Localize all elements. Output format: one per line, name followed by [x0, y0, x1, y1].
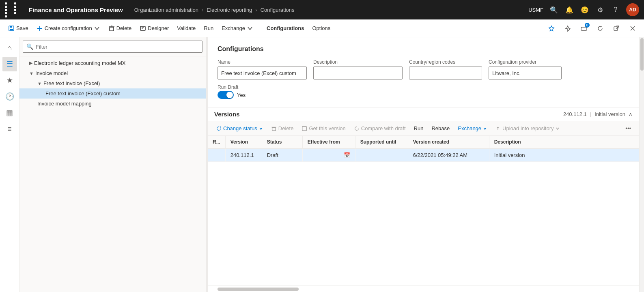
run-button[interactable]: Run [200, 24, 217, 33]
table-row[interactable]: 240.112.1 Draft 📅 6/22/2021 05:49:22 AM … [208, 148, 639, 162]
name-input[interactable] [218, 67, 307, 79]
right-scrollbar[interactable] [639, 37, 644, 292]
open-new-icon[interactable] [610, 22, 623, 35]
cell-version: 240.112.1 [225, 148, 262, 162]
h-scroll-thumb[interactable] [218, 288, 299, 291]
nav-recent-icon[interactable]: 🕐 [2, 89, 17, 104]
rebase-button[interactable]: Rebase [428, 124, 453, 133]
tree-item-invoice-mapping[interactable]: Invoice model mapping [19, 99, 206, 109]
app-title: Finance and Operations Preview [29, 6, 123, 13]
tree-item-free-text-custom[interactable]: Free text invoice (Excel) custom [19, 88, 206, 99]
cell-status: Draft [262, 148, 302, 162]
breadcrumb-electronic-reporting[interactable]: Electronic reporting [207, 7, 252, 13]
svg-rect-17 [272, 127, 276, 131]
breadcrumb-configurations[interactable]: Configurations [261, 7, 295, 13]
breadcrumb: Organization administration › Electronic… [134, 7, 525, 13]
filter-input[interactable] [36, 44, 199, 50]
versions-table: R... Version Status Effective from Suppo… [208, 136, 639, 286]
help-icon[interactable]: ? [611, 6, 620, 13]
col-header-r: R... [208, 136, 225, 148]
close-icon[interactable] [626, 22, 639, 35]
table-header-row: R... Version Status Effective from Suppo… [208, 136, 639, 148]
avatar[interactable]: AD [626, 3, 639, 16]
scroll-thumb[interactable] [640, 38, 644, 71]
sidebar: 🔍 ▶ Electronic ledger accounting model M… [19, 37, 206, 292]
calendar-icon[interactable]: 📅 [344, 152, 350, 158]
sidebar-filter-area: 🔍 [19, 37, 206, 56]
upload-repo-button[interactable]: Upload into repository [492, 124, 562, 133]
options-tab[interactable]: Options [309, 24, 334, 33]
delete-button[interactable]: Delete [105, 24, 135, 33]
nav-reports-icon[interactable]: ≡ [2, 122, 17, 136]
toolbar-separator [260, 24, 260, 33]
country-label: Country/region codes [409, 59, 482, 65]
exchange-button[interactable]: Exchange [218, 24, 256, 33]
tree-item-electronic-ledger[interactable]: ▶ Electronic ledger accounting model MX [19, 58, 206, 68]
configurations-tab[interactable]: Configurations [263, 24, 307, 33]
search-icon[interactable]: 🔍 [549, 6, 559, 14]
run-draft-value: Yes [237, 92, 246, 98]
nav-home-icon[interactable]: ⌂ [2, 41, 17, 55]
main-layout: ⌂ ☰ ★ 🕐 ▦ ≡ 🔍 ▶ Electronic ledger accoun… [0, 37, 644, 292]
provider-label: Configuration provider [489, 59, 562, 65]
exchange-chevron-icon [247, 25, 253, 32]
nav-workspace-icon[interactable]: ▦ [2, 105, 17, 120]
designer-icon [140, 25, 146, 32]
cell-effective[interactable]: 📅 [302, 148, 355, 162]
breadcrumb-sep-2: › [255, 7, 257, 13]
config-panel: Configurations Name Description Country/… [208, 37, 639, 107]
horizontal-scrollbar[interactable] [208, 286, 639, 292]
toggle-thumb [226, 92, 233, 98]
notification-icon[interactable]: 🔔 [564, 6, 574, 14]
versions-run-button[interactable]: Run [411, 124, 427, 133]
col-header-effective: Effective from [302, 136, 355, 148]
run-draft-group: Run Draft Yes [218, 84, 246, 99]
nav-star-icon[interactable]: ★ [2, 73, 17, 88]
svg-rect-2 [10, 29, 13, 30]
breadcrumb-org-admin[interactable]: Organization administration [134, 7, 198, 13]
cell-r [208, 148, 225, 162]
tree-item-free-text-invoice[interactable]: ▼ Free text invoice (Excel) [19, 78, 206, 88]
country-input[interactable] [409, 67, 482, 79]
svg-rect-12 [581, 27, 587, 30]
save-button[interactable]: Save [5, 24, 32, 33]
app-grid-icon[interactable] [5, 2, 22, 17]
exchange-chevron-icon [483, 127, 487, 131]
designer-button[interactable]: Designer [136, 24, 172, 33]
favorites-icon[interactable] [545, 22, 558, 35]
provider-select[interactable]: Litware, Inc. [489, 67, 562, 79]
filter-magnifier-icon: 🔍 [26, 43, 33, 50]
smiley-icon[interactable]: 😊 [580, 6, 590, 14]
validate-button[interactable]: Validate [174, 24, 199, 33]
compare-draft-button[interactable]: Compare with draft [351, 124, 409, 133]
create-configuration-button[interactable]: Create configuration [33, 24, 103, 33]
config-panel-title: Configurations [218, 45, 629, 53]
description-input[interactable] [313, 67, 403, 79]
svg-rect-1 [10, 26, 12, 28]
delete-icon [108, 25, 115, 32]
cell-created: 6/22/2021 05:49:22 AM [408, 148, 489, 162]
versions-delete-button[interactable]: Delete [268, 124, 297, 133]
refresh-icon[interactable] [594, 22, 607, 35]
table-header: R... Version Status Effective from Suppo… [208, 136, 639, 148]
change-status-button[interactable]: Change status [213, 124, 266, 133]
chevron-right-icon: ▶ [29, 60, 32, 66]
get-this-version-button[interactable]: Get this version [298, 124, 349, 133]
nav-list-icon[interactable]: ☰ [2, 57, 17, 71]
tree-item-invoice-model[interactable]: ▼ Invoice model [19, 68, 206, 78]
filter-input-wrap[interactable]: 🔍 [23, 41, 202, 53]
versions-exchange-button[interactable]: Exchange [454, 124, 490, 133]
more-options-button[interactable]: ••• [622, 124, 634, 133]
toggle-wrap: Yes [218, 91, 246, 99]
versions-toolbar: Change status Delete Get this version Co… [208, 121, 639, 136]
run-draft-toggle[interactable] [218, 91, 234, 99]
versions-collapse-icon[interactable]: ∧ [629, 111, 633, 117]
settings-icon[interactable]: ⚙ [595, 6, 605, 14]
run-draft-label: Run Draft [218, 84, 246, 90]
main-toolbar: Save Create configuration Delete Designe… [0, 19, 644, 37]
tree-item-label: Free text invoice (Excel) [43, 80, 100, 86]
plus-icon [37, 25, 43, 32]
pin-icon[interactable] [561, 22, 574, 35]
versions-header: Versions 240.112.1 | Initial version ∧ [208, 107, 639, 121]
notification-badge-icon[interactable]: 0 [577, 22, 590, 35]
